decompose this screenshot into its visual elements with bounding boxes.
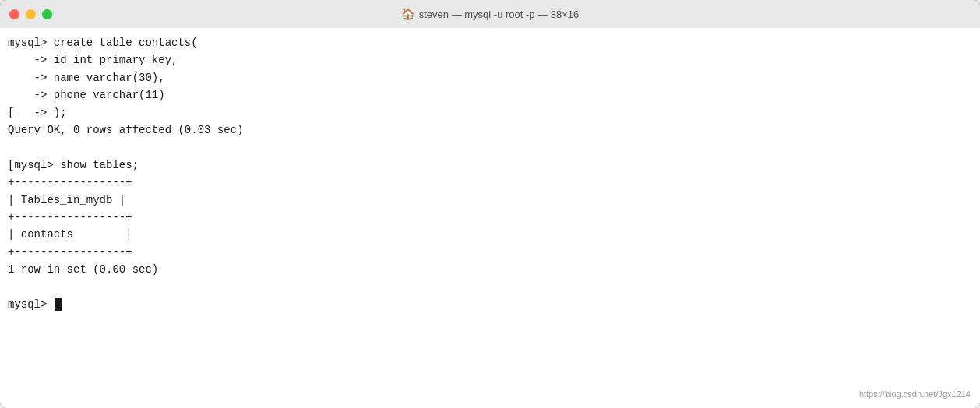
terminal-line: mysql> create table contacts( bbox=[8, 34, 972, 51]
titlebar: 🏠 steven — mysql -u root -p — 88×16 bbox=[0, 0, 980, 28]
minimize-button[interactable] bbox=[26, 9, 36, 19]
title-text: steven — mysql -u root -p — 88×16 bbox=[419, 9, 580, 20]
window-controls bbox=[9, 9, 52, 19]
terminal-line: | contacts | bbox=[8, 226, 972, 243]
watermark: https://blog.csdn.net/Jgx1214 bbox=[859, 388, 971, 402]
terminal-line bbox=[8, 139, 972, 156]
window-title: 🏠 steven — mysql -u root -p — 88×16 bbox=[401, 8, 580, 20]
terminal-line: -> id int primary key, bbox=[8, 51, 972, 69]
terminal-prompt: mysql> bbox=[8, 296, 972, 313]
terminal-line: 1 row in set (0.00 sec) bbox=[8, 261, 972, 278]
terminal-line: | Tables_in_mydb | bbox=[8, 192, 972, 209]
terminal-line: [ -> ); bbox=[8, 104, 972, 121]
terminal-line: +-----------------+ bbox=[8, 174, 972, 191]
house-icon: 🏠 bbox=[401, 8, 414, 20]
maximize-button[interactable] bbox=[42, 9, 52, 19]
terminal-line: -> name varchar(30), bbox=[8, 69, 972, 86]
terminal-body[interactable]: mysql> create table contacts( -> id int … bbox=[0, 28, 980, 408]
terminal-line bbox=[8, 278, 972, 295]
terminal-line: +-----------------+ bbox=[8, 209, 972, 226]
terminal-line: [mysql> show tables; bbox=[8, 157, 972, 174]
terminal-window: 🏠 steven — mysql -u root -p — 88×16 mysq… bbox=[0, 0, 980, 408]
close-button[interactable] bbox=[9, 9, 19, 19]
cursor bbox=[55, 298, 62, 311]
terminal-line: -> phone varchar(11) bbox=[8, 86, 972, 104]
terminal-line: +-----------------+ bbox=[8, 244, 972, 261]
terminal-line: Query OK, 0 rows affected (0.03 sec) bbox=[8, 121, 972, 139]
